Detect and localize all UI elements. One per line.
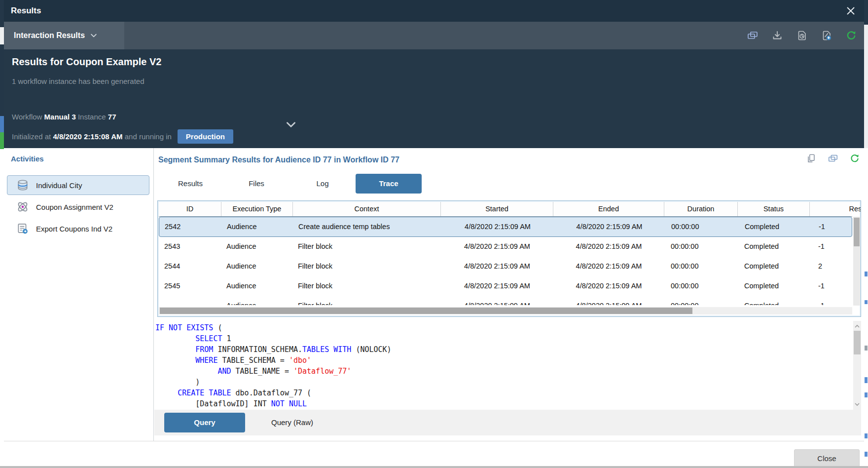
cell-context: Filter block (293, 257, 441, 276)
dialog-footer: Close (4, 441, 864, 468)
sql-line: ) (155, 377, 852, 388)
scroll-up-icon[interactable] (854, 323, 860, 329)
initialized-line: Initialized at 4/8/2020 2:15:08 AM and r… (12, 128, 233, 144)
column-header-execution-type[interactable]: Execution Type (221, 202, 293, 216)
cell-context: Filter block (293, 276, 441, 296)
background-right-sliver (864, 0, 868, 468)
cell-execution-type: Audience (221, 276, 293, 296)
cell-execution-type: Audience (221, 237, 293, 257)
tab-files[interactable]: Files (223, 174, 289, 194)
sidebar-item-export-coupons-ind-v2[interactable]: Export Coupons Ind V2 (7, 219, 149, 238)
table-row[interactable]: AudienceFilter block4/8/2020 2:15:09 AM4… (159, 296, 852, 305)
cards-icon[interactable] (828, 153, 838, 164)
export-list-icon (16, 222, 29, 235)
cell-status: Completed (738, 217, 810, 236)
cell-ended: 4/8/2020 2:15:09 AM (553, 276, 664, 296)
tab-query[interactable]: Query (164, 413, 245, 432)
tab-log[interactable]: Log (289, 174, 356, 194)
sql-line: [DataflowID] INT NOT NULL (155, 398, 852, 409)
column-header-status[interactable]: Status (738, 202, 810, 216)
tab-query-raw[interactable]: Query (Raw) (249, 413, 335, 432)
expand-details-chevron-icon[interactable] (285, 118, 297, 131)
download-icon[interactable] (771, 30, 783, 41)
cell-context: Create audience temp tables (293, 217, 441, 236)
assignment-icon (16, 200, 29, 213)
cell-status: Completed (738, 237, 810, 257)
workflow-instance-line: Workflow Manual 3 Instance 77 (12, 113, 116, 121)
database-icon (16, 179, 29, 192)
cell-started: 4/8/2020 2:15:09 AM (441, 217, 554, 236)
sql-line: CREATE TABLE dbo.Dataflow_77 ( (155, 388, 852, 398)
table-row-clipped[interactable]: AudienceFilter block4/8/2020 2:15:09 AM4… (159, 296, 852, 305)
cell-duration: 00:00:00 (664, 237, 738, 257)
sidebar-item-label: Individual City (36, 181, 82, 190)
cell-started: 4/8/2020 2:15:09 AM (441, 257, 553, 276)
instance-number: 77 (108, 113, 116, 121)
sql-line: WHERE TABLE_SCHEMA = 'dbo' (155, 355, 852, 366)
cell-status: Completed (738, 257, 810, 276)
query-tabs-strip: Query Query (Raw) (154, 410, 861, 435)
results-header: Results for Coupon Example V2 1 workflow… (4, 49, 864, 148)
refresh-icon[interactable] (845, 30, 857, 41)
screen: Results Interaction Results (0, 0, 868, 468)
cards-icon[interactable] (747, 30, 759, 41)
screen-bottom-edge (0, 466, 868, 468)
results-title: Results for Coupon Example V2 (12, 56, 161, 68)
scroll-down-icon[interactable] (854, 401, 860, 407)
chevron-down-icon (90, 32, 98, 39)
copy-icon[interactable] (806, 153, 817, 164)
cell-ended: 4/8/2020 2:15:09 AM (553, 237, 664, 257)
segment-results-panel: Segment Summary Results for Audience ID … (154, 148, 861, 441)
cell-status: Completed (738, 296, 810, 305)
cell-status: Completed (738, 276, 810, 296)
cell-ended: 4/8/2020 2:15:09 AM (553, 296, 664, 305)
refresh-icon[interactable] (849, 153, 860, 164)
trace-table-header: IDExecution TypeContextStartedEndedDurat… (159, 202, 852, 217)
cell-duration: 00:00:00 (664, 257, 738, 276)
results-dialog: Results Interaction Results (4, 0, 864, 468)
results-subtitle: 1 workflow instance has been generated (12, 77, 145, 85)
activities-heading: Activities (11, 155, 44, 163)
cell-id: 2543 (159, 237, 221, 257)
panel-title: Segment Summary Results for Audience ID … (158, 156, 399, 164)
column-header-id[interactable]: ID (159, 202, 221, 216)
sql-scrollbar[interactable] (853, 321, 861, 410)
column-header-duration[interactable]: Duration (664, 202, 738, 216)
table-row[interactable]: 2544AudienceFilter block4/8/2020 2:15:09… (159, 257, 852, 276)
export-file-icon[interactable] (821, 30, 832, 41)
dialog-toolbar: Interaction Results (4, 22, 864, 49)
cell-id: 2544 (159, 257, 221, 276)
column-header-started[interactable]: Started (441, 202, 553, 216)
cell-ended: 4/8/2020 2:15:09 AM (554, 217, 665, 236)
cell-id (159, 296, 221, 305)
column-header-result[interactable]: Result (810, 202, 861, 216)
view-selector-label: Interaction Results (14, 31, 85, 40)
cell-context: Filter block (293, 237, 441, 257)
cell-execution-type: Audience (221, 257, 293, 276)
horizontal-scrollbar[interactable] (159, 307, 852, 314)
table-row[interactable]: 2545AudienceFilter block4/8/2020 2:15:09… (159, 276, 852, 296)
table-row[interactable]: 2543AudienceFilter block4/8/2020 2:15:09… (159, 237, 852, 257)
close-icon[interactable] (845, 5, 856, 16)
column-header-context[interactable]: Context (293, 202, 441, 216)
cell-ended: 4/8/2020 2:15:09 AM (553, 257, 664, 276)
cell-started: 4/8/2020 2:15:09 AM (441, 276, 553, 296)
sidebar-item-individual-city[interactable]: Individual City (7, 175, 149, 195)
report-file-icon[interactable] (796, 30, 808, 41)
tab-trace[interactable]: Trace (356, 174, 422, 194)
sql-line: FROM INFORMATION_SCHEMA.TABLES WITH (NOL… (155, 344, 852, 355)
dialog-body: Activities Individual CityCoupon Assignm… (4, 148, 864, 441)
column-header-ended[interactable]: Ended (553, 202, 664, 216)
cell-id: 2545 (159, 276, 221, 296)
vertical-scrollbar[interactable] (853, 217, 860, 306)
sql-line: IF NOT EXISTS ( (155, 322, 852, 333)
sidebar-item-label: Export Coupons Ind V2 (36, 225, 112, 233)
activities-sidebar: Activities Individual CityCoupon Assignm… (4, 148, 154, 441)
table-row[interactable]: 2542AudienceCreate audience temp tables4… (159, 217, 852, 237)
sidebar-item-coupon-assignment-v2[interactable]: Coupon Assignment V2 (7, 197, 149, 217)
sidebar-item-label: Coupon Assignment V2 (36, 203, 113, 211)
close-button[interactable]: Close (794, 449, 860, 467)
cell-started: 4/8/2020 2:15:09 AM (441, 237, 553, 257)
tab-results[interactable]: Results (157, 174, 223, 194)
results-view-selector[interactable]: Interaction Results (4, 22, 124, 49)
